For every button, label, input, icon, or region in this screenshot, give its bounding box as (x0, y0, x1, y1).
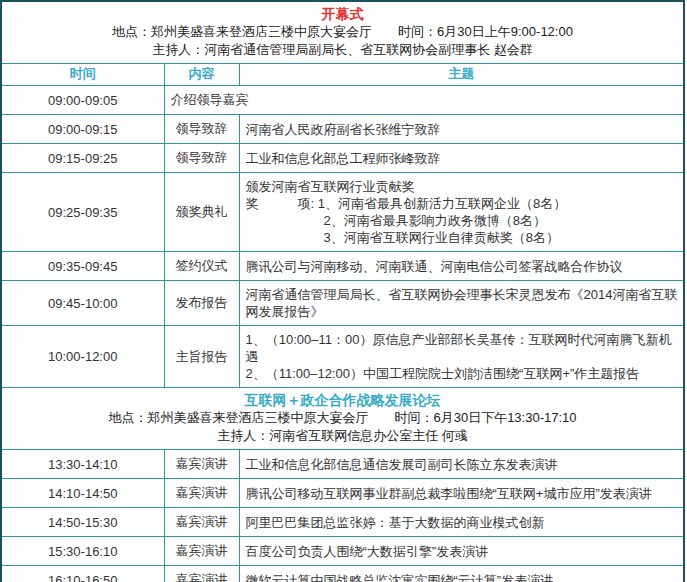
topic-cell: 腾讯公司移动互联网事业群副总裁李啦围绕“互联网+城市应用”发表演讲 (239, 479, 684, 508)
topic-line: 腾讯公司与河南移动、河南联通、河南电信公司签署战略合作协议 (246, 258, 680, 275)
time-cell: 10:00-12:00 (1, 326, 164, 388)
content-cell: 嘉宾演讲 (164, 450, 239, 479)
time-cell: 09:15-09:25 (1, 144, 164, 173)
agenda-row: 09:35-09:45签约仪式腾讯公司与河南移动、河南联通、河南电信公司签署战略… (1, 252, 684, 281)
topic-cell: 腾讯公司与河南移动、河南联通、河南电信公司签署战略合作协议 (239, 252, 684, 281)
topic-line: 阿里巴巴集团总监张婷：基于大数据的商业模式创新 (246, 514, 680, 531)
content-cell: 签约仪式 (164, 252, 239, 281)
time-cell: 13:30-14:10 (1, 450, 164, 479)
topic-cell: 河南省通信管理局局长、省互联网协会理事长宋灵恩发布《2014河南省互联网发展报告… (239, 281, 684, 326)
agenda-row: 09:45-10:00发布报告河南省通信管理局局长、省互联网协会理事长宋灵恩发布… (1, 281, 684, 326)
section-header: 互联网＋政企合作战略发展论坛地点：郑州美盛喜来登酒店三楼中原大宴会厅 时间：6月… (1, 388, 684, 450)
content-cell: 颁奖典礼 (164, 173, 239, 252)
agenda-row: 09:00-09:15领导致辞河南省人民政府副省长张维宁致辞 (1, 115, 684, 144)
section-header: 开幕式地点：郑州美盛喜来登酒店三楼中原大宴会厅 时间：6月30日上午9:00-1… (1, 1, 684, 64)
agenda-row: 13:30-14:10嘉宾演讲工业和信息化部信息通信发展司副司长陈立东发表演讲 (1, 450, 684, 479)
topic-cell: 介绍领导嘉宾 (164, 86, 684, 115)
agenda-row: 09:15-09:25领导致辞工业和信息化部总工程师张峰致辞 (1, 144, 684, 173)
content-cell: 嘉宾演讲 (164, 479, 239, 508)
topic-line: 工业和信息化部信息通信发展司副司长陈立东发表演讲 (246, 456, 680, 473)
topic-line: 颁发河南省互联网行业贡献奖 (246, 178, 680, 195)
time-cell: 09:45-10:00 (1, 281, 164, 326)
topic-line: 3、河南省互联网行业自律贡献奖（8名） (246, 229, 680, 246)
section-host: 主持人：河南省互联网信息办公室主任 何彧 (6, 427, 679, 445)
topic-line: 百度公司负责人围绕“大数据引擎”发表演讲 (246, 543, 680, 560)
content-cell: 领导致辞 (164, 144, 239, 173)
time-cell: 09:00-09:05 (1, 86, 164, 115)
agenda-table: 开幕式地点：郑州美盛喜来登酒店三楼中原大宴会厅 时间：6月30日上午9:00-1… (0, 0, 685, 582)
section-title: 开幕式 (6, 5, 679, 23)
time-cell: 15:30-16:10 (1, 537, 164, 566)
time-cell: 16:10-16:50 (1, 566, 164, 582)
agenda-row: 16:10-16:50嘉宾演讲微软云计算中国战略总监沈寓实围绕“云计算”发表演讲 (1, 566, 684, 582)
content-cell: 嘉宾演讲 (164, 537, 239, 566)
column-header-topic: 主题 (239, 64, 684, 86)
column-header-time: 时间 (1, 64, 164, 86)
content-cell: 发布报告 (164, 281, 239, 326)
topic-line: 腾讯公司移动互联网事业群副总裁李啦围绕“互联网+城市应用”发表演讲 (246, 485, 680, 502)
topic-cell: 百度公司负责人围绕“大数据引擎”发表演讲 (239, 537, 684, 566)
time-cell: 09:00-09:15 (1, 115, 164, 144)
topic-line: 1、（10:00–11：00）原信息产业部部长吴基传：互联网时代河南腾飞新机遇 (246, 331, 680, 365)
content-cell: 嘉宾演讲 (164, 508, 239, 537)
agenda-row: 14:10-14:50嘉宾演讲腾讯公司移动互联网事业群副总裁李啦围绕“互联网+城… (1, 479, 684, 508)
time-cell: 09:25-09:35 (1, 173, 164, 252)
column-header-content: 内容 (164, 64, 239, 86)
topic-line: 微软云计算中国战略总监沈寓实围绕“云计算”发表演讲 (246, 572, 680, 582)
agenda-row: 14:50-15:30嘉宾演讲阿里巴巴集团总监张婷：基于大数据的商业模式创新 (1, 508, 684, 537)
time-cell: 09:35-09:45 (1, 252, 164, 281)
topic-cell: 工业和信息化部总工程师张峰致辞 (239, 144, 684, 173)
topic-line: 奖 项: 1、河南省最具创新活力互联网企业（8名） (246, 195, 680, 212)
content-cell: 领导致辞 (164, 115, 239, 144)
column-header-row: 时间内容主题 (1, 64, 684, 86)
section-location-time: 地点：郑州美盛喜来登酒店三楼中原大宴会厅 时间：6月30日上午9:00-12:0… (6, 23, 679, 41)
topic-cell: 工业和信息化部信息通信发展司副司长陈立东发表演讲 (239, 450, 684, 479)
time-cell: 14:50-15:30 (1, 508, 164, 537)
section-location-time: 地点：郑州美盛喜来登酒店三楼中原大宴会厅 时间：6月30日下午13:30-17:… (6, 409, 679, 427)
event-agenda: 开幕式地点：郑州美盛喜来登酒店三楼中原大宴会厅 时间：6月30日上午9:00-1… (0, 0, 687, 582)
topic-cell: 阿里巴巴集团总监张婷：基于大数据的商业模式创新 (239, 508, 684, 537)
topic-cell: 1、（10:00–11：00）原信息产业部部长吴基传：互联网时代河南腾飞新机遇2… (239, 326, 684, 388)
agenda-row: 10:00-12:00主旨报告1、（10:00–11：00）原信息产业部部长吴基… (1, 326, 684, 388)
section-header-row: 开幕式地点：郑州美盛喜来登酒店三楼中原大宴会厅 时间：6月30日上午9:00-1… (1, 1, 684, 64)
time-cell: 14:10-14:50 (1, 479, 164, 508)
content-cell: 嘉宾演讲 (164, 566, 239, 582)
content-cell: 主旨报告 (164, 326, 239, 388)
topic-line: 河南省通信管理局局长、省互联网协会理事长宋灵恩发布《2014河南省互联网发展报告… (246, 286, 680, 320)
section-header-row: 互联网＋政企合作战略发展论坛地点：郑州美盛喜来登酒店三楼中原大宴会厅 时间：6月… (1, 388, 684, 450)
agenda-row: 15:30-16:10嘉宾演讲百度公司负责人围绕“大数据引擎”发表演讲 (1, 537, 684, 566)
topic-line: 河南省人民政府副省长张维宁致辞 (246, 121, 680, 138)
topic-cell: 微软云计算中国战略总监沈寓实围绕“云计算”发表演讲 (239, 566, 684, 582)
section-title: 互联网＋政企合作战略发展论坛 (6, 391, 679, 409)
topic-line: 2、（11:00–12:00）中国工程院院士刘韵洁围绕“互联网+”作主题报告 (246, 365, 680, 382)
agenda-row: 09:00-09:05介绍领导嘉宾 (1, 86, 684, 115)
agenda-row: 09:25-09:35颁奖典礼颁发河南省互联网行业贡献奖奖 项: 1、河南省最具… (1, 173, 684, 252)
section-host: 主持人：河南省通信管理局副局长、省互联网协会副理事长 赵会群 (6, 41, 679, 59)
topic-cell: 颁发河南省互联网行业贡献奖奖 项: 1、河南省最具创新活力互联网企业（8名） 2… (239, 173, 684, 252)
topic-line: 工业和信息化部总工程师张峰致辞 (246, 150, 680, 167)
topic-line: 2、河南省最具影响力政务微博（8名） (246, 212, 680, 229)
topic-cell: 河南省人民政府副省长张维宁致辞 (239, 115, 684, 144)
